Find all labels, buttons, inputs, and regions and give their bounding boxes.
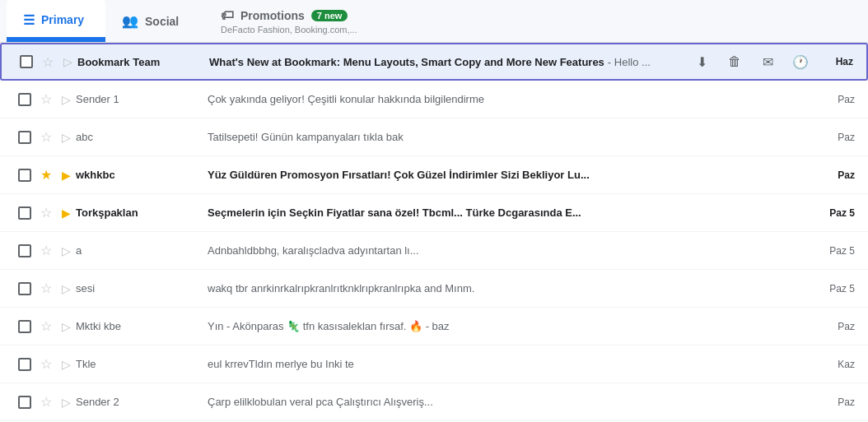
- email-date: Paz: [822, 396, 855, 408]
- promotions-icon: 🏷: [221, 8, 234, 23]
- tab-social-label: Social: [145, 15, 179, 28]
- email-content: Seçmelerin için Seçkin Fiyatlar sana öze…: [208, 206, 815, 219]
- tab-social[interactable]: 👥 Social: [105, 0, 204, 42]
- star-button[interactable]: ★: [36, 167, 56, 183]
- email-checkbox[interactable]: [18, 396, 31, 409]
- gmail-container: ☰ Primary 👥 Social 🏷 Promotions 7 new De…: [0, 0, 868, 422]
- email-date: Paz: [822, 132, 855, 143]
- email-checkbox[interactable]: [18, 358, 31, 371]
- important-marker[interactable]: ▷: [58, 55, 77, 68]
- table-row[interactable]: ☆ ▷ a Adnbahldbbhg, karalışcladva adyınt…: [0, 232, 868, 270]
- email-checkbox[interactable]: [18, 93, 31, 106]
- delete-icon[interactable]: 🗑: [721, 49, 748, 75]
- snooze-icon[interactable]: 🕐: [787, 49, 814, 75]
- email-content: Tatilsepeti! Günün kampanyaları tıkla ba…: [208, 131, 815, 143]
- email-sender: Tkle: [76, 358, 208, 370]
- social-icon: 👥: [122, 13, 138, 29]
- email-date: Paz: [822, 321, 855, 332]
- email-date: Paz 5: [822, 207, 855, 219]
- email-sender: Torkşpaklan: [76, 206, 208, 219]
- archive-icon[interactable]: ⬇: [688, 49, 715, 75]
- important-marker[interactable]: ▶: [56, 169, 76, 182]
- star-button[interactable]: ☆: [38, 54, 58, 70]
- email-checkbox[interactable]: [18, 320, 31, 333]
- table-row[interactable]: ☆ ▷ Sender 2 Çarp elilklobulan veral pca…: [0, 383, 868, 421]
- email-subject: wakq tbr anrkinrkalrıpkranlrıtknklrıpkra…: [208, 282, 474, 294]
- star-button[interactable]: ☆: [36, 91, 56, 107]
- email-content: eul krrevTldın merlye bu Inki te: [208, 358, 815, 370]
- star-button[interactable]: ☆: [36, 129, 56, 145]
- email-subject: What's New at Bookmark: Menu Layouts, Sm…: [209, 56, 604, 68]
- tab-promotions-label: Promotions: [240, 9, 305, 22]
- tab-promotions[interactable]: 🏷 Promotions 7 new DeFacto Fashion, Book…: [204, 0, 374, 42]
- tab-bar: ☰ Primary 👥 Social 🏷 Promotions 7 new De…: [0, 0, 868, 43]
- star-button[interactable]: ☆: [36, 281, 56, 296]
- checkbox-area: [15, 55, 38, 68]
- star-button[interactable]: ☆: [36, 205, 56, 220]
- email-sender: Sender 1: [76, 93, 208, 105]
- table-row[interactable]: ☆ ▷ abc Tatilsepeti! Günün kampanyaları …: [0, 118, 868, 156]
- email-date: Haz: [820, 56, 853, 67]
- important-marker[interactable]: ▷: [56, 244, 76, 257]
- email-subject: eul krrevTldın merlye bu Inki te: [208, 358, 354, 370]
- email-checkbox[interactable]: [20, 55, 33, 68]
- email-sender: Mktki kbe: [76, 320, 208, 332]
- email-date: Paz 5: [822, 245, 855, 257]
- email-checkbox[interactable]: [18, 206, 31, 220]
- email-sender: Bookmark Team: [77, 56, 209, 68]
- email-sender: abc: [76, 131, 208, 143]
- email-checkbox[interactable]: [18, 282, 31, 295]
- star-button[interactable]: ☆: [36, 318, 56, 334]
- email-subject: Yın - Akönparas 🦎 tfn kasısaleklan fırsa…: [208, 320, 450, 332]
- email-list: ☆ ▷ Bookmark Team What's New at Bookmark…: [0, 43, 868, 422]
- important-marker[interactable]: ▷: [56, 131, 76, 144]
- important-marker[interactable]: ▷: [56, 320, 76, 333]
- email-content: Adnbahldbbhg, karalışcladva adyıntartan …: [208, 244, 815, 257]
- email-sender: sesi: [76, 282, 208, 294]
- email-snippet: - Hello ...: [608, 56, 682, 68]
- table-row[interactable]: ☆ ▷ Tkle eul krrevTldın merlye bu Inki t…: [0, 345, 868, 383]
- email-sender: wkhkbc: [76, 169, 208, 181]
- email-subject: Tatilsepeti! Günün kampanyaları tıkla ba…: [208, 131, 404, 143]
- promotions-badge: 7 new: [311, 10, 348, 21]
- email-checkbox[interactable]: [18, 244, 31, 257]
- important-marker[interactable]: ▷: [56, 282, 76, 295]
- email-content: Çarp elilklobulan veral pca Çalıştırıcı …: [208, 396, 815, 408]
- email-date: Paz: [822, 169, 855, 181]
- table-row[interactable]: ☆ ▷ sesi wakq tbr anrkinrkalrıpkranlrıtk…: [0, 270, 868, 308]
- important-marker[interactable]: ▷: [56, 396, 76, 409]
- email-checkbox[interactable]: [18, 169, 31, 182]
- email-subject: Seçmelerin için Seçkin Fiyatlar sana öze…: [208, 206, 581, 219]
- table-row[interactable]: ☆ ▷ Bookmark Team What's New at Bookmark…: [0, 43, 868, 81]
- email-date: Paz: [822, 94, 855, 105]
- email-content: wakq tbr anrkinrkalrıpkranlrıtknklrıpkra…: [208, 282, 815, 294]
- important-marker[interactable]: ▶: [56, 206, 76, 220]
- email-date: Paz 5: [822, 283, 855, 294]
- table-row[interactable]: ☆ ▷ Mktki kbe Yın - Akönparas 🦎 tfn kası…: [0, 308, 868, 345]
- email-subject: Yüz Güldüren Promosyon Fırsatları! Çok G…: [208, 169, 590, 181]
- email-sender: Sender 2: [76, 396, 208, 408]
- email-sender: a: [76, 244, 208, 257]
- star-button[interactable]: ☆: [36, 394, 56, 410]
- important-marker[interactable]: ▷: [56, 358, 76, 371]
- inbox-icon: ☰: [23, 12, 35, 28]
- email-checkbox[interactable]: [18, 131, 31, 144]
- email-subject: Çarp elilklobulan veral pca Çalıştırıcı …: [208, 396, 433, 408]
- email-content: Çok yakında geliyor! Çeşitli konular hak…: [208, 93, 815, 105]
- tab-primary[interactable]: ☰ Primary: [7, 0, 105, 42]
- important-marker[interactable]: ▷: [56, 93, 76, 106]
- table-row[interactable]: ☆ ▶ Torkşpaklan Seçmelerin için Seçkin F…: [0, 194, 868, 232]
- email-subject: Adnbahldbbhg, karalışcladva adyıntartan …: [208, 244, 419, 257]
- table-row[interactable]: ★ ▶ wkhkbc Yüz Güldüren Promosyon Fırsat…: [0, 156, 868, 194]
- table-row[interactable]: ☆ ▷ Sender 1 Çok yakında geliyor! Çeşitl…: [0, 81, 868, 118]
- star-button[interactable]: ☆: [36, 243, 56, 258]
- email-actions: ⬇ 🗑 ✉ 🕐: [688, 49, 814, 75]
- promotions-subtitle: DeFacto Fashion, Booking.com,...: [221, 25, 357, 35]
- email-subject: Çok yakında geliyor! Çeşitli konular hak…: [208, 93, 484, 105]
- email-date: Kaz: [822, 359, 855, 370]
- mark-unread-icon[interactable]: ✉: [754, 49, 781, 75]
- star-button[interactable]: ☆: [36, 356, 56, 372]
- email-content: Yüz Güldüren Promosyon Fırsatları! Çok G…: [208, 169, 815, 181]
- email-content: What's New at Bookmark: Menu Layouts, Sm…: [209, 56, 682, 68]
- email-content: Yın - Akönparas 🦎 tfn kasısaleklan fırsa…: [208, 320, 815, 332]
